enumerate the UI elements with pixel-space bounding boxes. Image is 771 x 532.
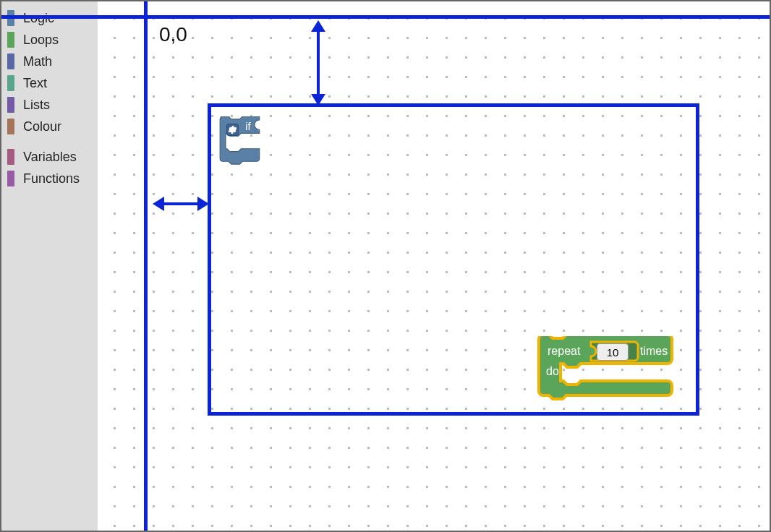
annotation-arrow-vertical: [317, 29, 320, 97]
swatch-icon: [7, 119, 14, 134]
workspace-canvas[interactable]: 0,0 if do repeat times do: [98, 1, 770, 531]
swatch-icon: [7, 75, 14, 91]
category-label: Lists: [23, 98, 50, 113]
annotation-axis-horizontal: [1, 15, 770, 19]
category-variables[interactable]: Variables: [1, 146, 98, 168]
category-text[interactable]: Text: [1, 72, 98, 94]
do-label: do: [227, 137, 239, 148]
category-label: Loops: [23, 33, 59, 48]
category-math[interactable]: Math: [1, 51, 98, 72]
repeat-label: repeat: [548, 345, 581, 357]
category-label: Colour: [23, 119, 61, 134]
swatch-icon: [7, 171, 14, 186]
blockly-editor: Logic Loops Math Text Lists Colour Varia…: [0, 0, 771, 532]
category-loops[interactable]: Loops: [1, 29, 98, 51]
if-block[interactable]: if do: [219, 116, 283, 168]
do-label: do: [546, 365, 559, 377]
times-label: times: [640, 345, 668, 357]
repeat-block[interactable]: repeat times do 10: [536, 336, 677, 403]
swatch-icon: [7, 97, 14, 113]
repeat-count-value: 10: [607, 346, 619, 359]
swatch-icon: [7, 32, 14, 48]
category-label: Math: [23, 54, 52, 69]
category-functions[interactable]: Functions: [1, 168, 98, 189]
swatch-icon: [7, 149, 14, 165]
repeat-count-input[interactable]: 10: [597, 343, 629, 361]
annotation-axis-vertical: [144, 1, 148, 531]
annotation-arrow-horizontal: [161, 202, 200, 205]
category-lists[interactable]: Lists: [1, 94, 98, 116]
category-label: Variables: [23, 150, 77, 165]
swatch-icon: [7, 53, 14, 69]
toolbox-sidebar: Logic Loops Math Text Lists Colour Varia…: [1, 1, 98, 531]
category-label: Text: [23, 76, 47, 91]
origin-label: 0,0: [159, 23, 187, 46]
category-separator: [1, 137, 98, 146]
if-label: if: [245, 121, 251, 132]
category-label: Functions: [23, 171, 80, 186]
category-colour[interactable]: Colour: [1, 116, 98, 137]
gear-icon[interactable]: [226, 124, 239, 136]
